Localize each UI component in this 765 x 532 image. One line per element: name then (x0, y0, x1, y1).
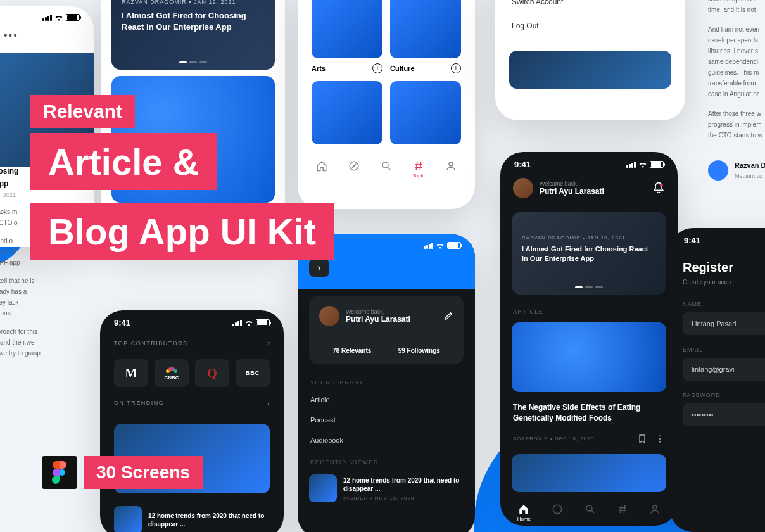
field-label: NAME (683, 301, 765, 307)
notification-icon[interactable] (652, 182, 665, 194)
article-image (512, 322, 666, 392)
featured-card[interactable]: RAZVAN DRAGOMIR • JAN 19, 2021 I Almost … (111, 0, 275, 70)
svg-point-3 (660, 184, 663, 187)
tab-search[interactable] (381, 160, 392, 179)
svg-point-4 (659, 435, 661, 436)
svg-point-13 (174, 369, 177, 373)
article-body-crop: oosing App 22, 2021 , asks me CTO o I fi… (0, 165, 70, 366)
article-image (512, 454, 666, 492)
list-item[interactable]: 12 home trends from 2020 that need to di… (298, 469, 475, 507)
author-avatar (708, 160, 728, 180)
library-audiobook[interactable]: Audiobook (298, 430, 475, 450)
svg-point-2 (449, 162, 453, 166)
carousel-dots (179, 61, 207, 63)
featured-card[interactable]: RAZVAN DRAGOMIR • JAN 19, 2021 I Almost … (512, 212, 666, 294)
article-title[interactable]: The Negative Side Effects of Eating Gene… (500, 396, 678, 430)
topic-tile[interactable]: Culture+ (390, 0, 461, 73)
phone-preview-register: 9:41 Register Create your acco NAME Lint… (670, 228, 765, 532)
figma-badge (42, 456, 77, 489)
tab-profile[interactable] (445, 160, 457, 179)
tab-topic[interactable]: Topic (413, 160, 425, 179)
svg-point-8 (586, 505, 592, 511)
library-podcast[interactable]: Podcast (298, 410, 475, 430)
section-label: ARTICLE (500, 302, 678, 319)
svg-point-0 (350, 162, 358, 170)
figma-icon (52, 461, 67, 484)
contributor-bbc[interactable]: BBC (236, 359, 270, 387)
more-icon[interactable]: ••• (4, 30, 18, 41)
tab-home[interactable] (316, 160, 327, 179)
svg-point-6 (659, 441, 661, 442)
badge-title-line2: Blog App UI Kit (30, 203, 334, 260)
phone-preview-log: LOG Switch Account Log Out (495, 0, 685, 120)
phone-preview-dark-home: 9:41 Welcome back, Putri Ayu Larasati RA… (500, 152, 678, 526)
chevron-right-icon[interactable]: › (267, 398, 270, 407)
status-icons (42, 14, 80, 21)
contributor-quora[interactable]: Q (195, 359, 229, 387)
contributor-cnbc[interactable]: CNBC (155, 359, 189, 387)
section-label: RECENTLY VIEWED (298, 450, 475, 469)
article-meta: RAZVAN DRAGOMIR • JAN 19, 2021 (122, 0, 265, 5)
username: Putri Ayu Larasati (540, 187, 604, 196)
tab-search[interactable] (585, 504, 596, 522)
name-field[interactable]: Lintang Pasari (683, 312, 765, 335)
article-body-crop: libraries up to dattime, and it is not A… (708, 0, 765, 181)
bookmark-icon[interactable] (637, 434, 647, 444)
status-time: 9:41 (514, 160, 531, 169)
svg-point-7 (553, 505, 562, 514)
section-label: TOP CONTRIBUTORS (114, 340, 188, 346)
section-label: ON TRENDING (114, 400, 164, 406)
phone-preview-contributors: 9:41 TOP CONTRIBUTORS› M CNBC Q BBC ON T… (100, 310, 284, 532)
logout-button[interactable]: Log Out (495, 14, 685, 38)
page-title: Register (683, 260, 765, 275)
field-label: EMAIL (683, 346, 765, 353)
stat-followings[interactable]: 59 Followings (398, 347, 440, 354)
author-source: Medium.co (735, 172, 765, 181)
tab-profile[interactable] (649, 504, 661, 522)
article-meta: SOAPBOXIE • DEC 16, 2020 (513, 436, 594, 441)
stat-relevants[interactable]: 78 Relevants (332, 347, 371, 354)
list-item[interactable]: 12 home trends from 2020 that need to di… (100, 501, 284, 532)
email-field[interactable]: lintang@gravi (683, 358, 765, 381)
tab-explore[interactable] (348, 160, 360, 179)
badge-relevant: Relevant (30, 95, 135, 128)
badge-screens: 30 Screens (84, 456, 203, 489)
svg-point-1 (382, 162, 388, 168)
more-icon[interactable] (655, 434, 665, 444)
article-title: I Almost Got Fired for Choosing React in… (122, 10, 265, 33)
field-label: PASSWORD (683, 392, 765, 398)
back-button[interactable]: › (309, 259, 329, 277)
add-icon[interactable]: + (451, 63, 461, 73)
page-subtitle: Create your acco (683, 279, 765, 286)
badge-title-line1: Article & (30, 133, 217, 190)
welcome-label: Welcome back, (540, 180, 604, 187)
tab-topic[interactable] (617, 504, 628, 522)
svg-point-14 (59, 469, 65, 476)
chevron-right-icon[interactable]: › (267, 339, 270, 348)
edit-icon[interactable] (443, 311, 453, 321)
contributor-medium[interactable]: M (114, 359, 148, 387)
user-avatar (319, 306, 339, 326)
password-field[interactable]: ••••••••• (683, 403, 765, 426)
switch-account-button[interactable]: Switch Account (495, 0, 685, 14)
svg-point-5 (659, 438, 661, 440)
article-image (509, 51, 671, 89)
svg-point-9 (653, 505, 657, 509)
phone-preview-account: › Welcome back, Putri Ayu Larasati 78 Re… (298, 234, 475, 532)
tab-explore[interactable] (552, 504, 563, 522)
section-label: YOUR LIBRARY (298, 370, 475, 390)
user-avatar[interactable] (513, 178, 533, 198)
topic-tile[interactable]: Arts+ (312, 0, 382, 73)
author-name: Razvan D (735, 160, 765, 172)
add-icon[interactable]: + (372, 63, 382, 73)
library-article[interactable]: Article (298, 390, 475, 410)
tab-home[interactable]: Home (517, 504, 531, 522)
phone-preview-topics: TOPICS Arts+ Culture+ Topic (298, 0, 475, 209)
